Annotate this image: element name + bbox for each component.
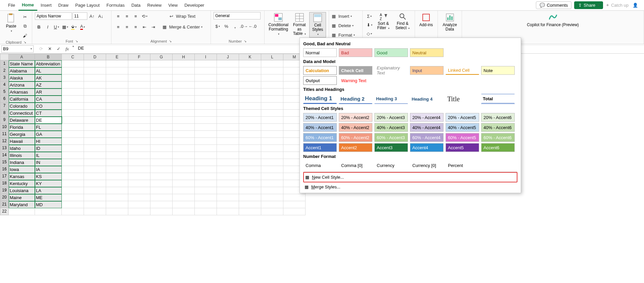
- cell-F15[interactable]: [128, 159, 150, 166]
- cell-D12[interactable]: [84, 138, 106, 145]
- cell-H20[interactable]: [173, 194, 195, 201]
- cell-I15[interactable]: [195, 159, 217, 166]
- cell-J15[interactable]: [217, 159, 239, 166]
- cell-A19[interactable]: Louisiana: [9, 187, 35, 194]
- cell-J13[interactable]: [217, 145, 239, 152]
- cell-I10[interactable]: [195, 124, 217, 131]
- cell-G20[interactable]: [150, 194, 173, 201]
- cell-K4[interactable]: [239, 81, 261, 89]
- cell-I12[interactable]: [195, 138, 217, 145]
- cell-F13[interactable]: [128, 145, 150, 152]
- cell-C1[interactable]: [62, 60, 84, 67]
- cell-G21[interactable]: [150, 201, 173, 208]
- tab-formulas[interactable]: Formulas: [103, 0, 128, 11]
- cell-I19[interactable]: [195, 187, 217, 194]
- insert-button[interactable]: ▦ Insert▾: [332, 12, 352, 20]
- cell-B18[interactable]: KY: [35, 180, 62, 187]
- cell-A22[interactable]: [9, 208, 35, 215]
- cell-J18[interactable]: [217, 180, 239, 187]
- align-center-button[interactable]: ≡: [123, 23, 131, 31]
- cell-C11[interactable]: [62, 131, 84, 138]
- cell-E5[interactable]: [106, 89, 128, 96]
- cell-K20[interactable]: [239, 194, 261, 201]
- cell-L8[interactable]: [261, 110, 283, 117]
- style-h1[interactable]: Heading 1: [303, 94, 337, 104]
- cell-C8[interactable]: [62, 110, 84, 117]
- cell-K2[interactable]: [239, 67, 261, 74]
- cell-A4[interactable]: Arizona: [9, 81, 35, 89]
- cell-D2[interactable]: [84, 67, 106, 74]
- cell-B3[interactable]: AK: [35, 74, 62, 81]
- cell-E11[interactable]: [106, 131, 128, 138]
- number-format-select[interactable]: [214, 12, 261, 19]
- cell-A6[interactable]: California: [9, 96, 35, 103]
- cell-K1[interactable]: [239, 60, 261, 67]
- cell-H13[interactable]: [173, 145, 195, 152]
- wrap-text-button[interactable]: ↩ Wrap Text: [161, 12, 204, 20]
- cell-G4[interactable]: [150, 81, 173, 89]
- style-good[interactable]: Good: [374, 48, 408, 57]
- style-20-accent3[interactable]: 20% - Accent3: [374, 113, 408, 122]
- cell-D5[interactable]: [84, 89, 106, 96]
- cell-E15[interactable]: [106, 159, 128, 166]
- cell-E3[interactable]: [106, 74, 128, 81]
- cell-I17[interactable]: [195, 173, 217, 180]
- font-size-select[interactable]: [73, 12, 87, 20]
- column-header-C[interactable]: C: [62, 54, 84, 60]
- cell-H15[interactable]: [173, 159, 195, 166]
- cell-F5[interactable]: [128, 89, 150, 96]
- catch-up-button[interactable]: ✦ Catch up: [606, 3, 629, 8]
- cell-K22[interactable]: [239, 208, 261, 215]
- cell-A16[interactable]: Iowa: [9, 166, 35, 173]
- borders-button[interactable]: ▦▾: [61, 23, 69, 31]
- style-comma-0-[interactable]: Comma [0]: [339, 161, 372, 170]
- cell-D6[interactable]: [84, 96, 106, 103]
- cell-J5[interactable]: [217, 89, 239, 96]
- bold-button[interactable]: B: [35, 23, 43, 31]
- cell-G14[interactable]: [150, 152, 173, 159]
- cell-H5[interactable]: [173, 89, 195, 96]
- row-header-17[interactable]: 17: [0, 173, 9, 180]
- cell-E1[interactable]: [106, 60, 128, 67]
- style-accent4[interactable]: Accent4: [410, 143, 444, 152]
- style-total[interactable]: Total: [481, 94, 515, 104]
- style-20-accent2[interactable]: 20% - Accent2: [339, 113, 372, 122]
- cell-H14[interactable]: [173, 152, 195, 159]
- style-accent5[interactable]: Accent5: [446, 143, 479, 152]
- fill-color-button[interactable]: ⬙▾: [70, 23, 78, 31]
- cell-B10[interactable]: FL: [35, 124, 62, 131]
- fx-icon[interactable]: fx: [63, 45, 71, 53]
- style-percent[interactable]: Percent: [446, 161, 479, 170]
- cell-E8[interactable]: [106, 110, 128, 117]
- row-header-12[interactable]: 12: [0, 138, 9, 145]
- increase-decimal-button[interactable]: .0→: [240, 22, 248, 30]
- align-middle-button[interactable]: ≡: [123, 12, 131, 20]
- accounting-button[interactable]: $▾: [214, 22, 222, 30]
- cell-H12[interactable]: [173, 138, 195, 145]
- addins-button[interactable]: Add-ins: [418, 12, 434, 28]
- cell-B15[interactable]: IN: [35, 159, 62, 166]
- cell-G19[interactable]: [150, 187, 173, 194]
- style-currency-0-[interactable]: Currency [0]: [410, 161, 444, 170]
- cell-K17[interactable]: [239, 173, 261, 180]
- cell-E12[interactable]: [106, 138, 128, 145]
- cell-M20[interactable]: [283, 194, 306, 201]
- cell-D8[interactable]: [84, 110, 106, 117]
- cell-E21[interactable]: [106, 201, 128, 208]
- column-header-H[interactable]: H: [173, 54, 195, 60]
- cut-button[interactable]: ✂: [21, 13, 29, 21]
- cell-C15[interactable]: [62, 159, 84, 166]
- history-icon[interactable]: ⟳: [37, 45, 45, 53]
- increase-indent-button[interactable]: ⇥: [149, 23, 157, 31]
- style-warning-text[interactable]: Warning Text: [339, 76, 372, 85]
- cell-L19[interactable]: [261, 187, 283, 194]
- row-header-18[interactable]: 18: [0, 180, 9, 187]
- style-linked-cell[interactable]: Linked Cell: [446, 66, 479, 75]
- share-button[interactable]: ⇪ Share ▾: [574, 1, 603, 9]
- cell-J22[interactable]: [217, 208, 239, 215]
- row-header-15[interactable]: 15: [0, 159, 9, 166]
- cell-J9[interactable]: [217, 117, 239, 124]
- column-header-B[interactable]: B: [35, 54, 62, 60]
- cell-H21[interactable]: [173, 201, 195, 208]
- align-bottom-button[interactable]: ≡: [132, 12, 140, 20]
